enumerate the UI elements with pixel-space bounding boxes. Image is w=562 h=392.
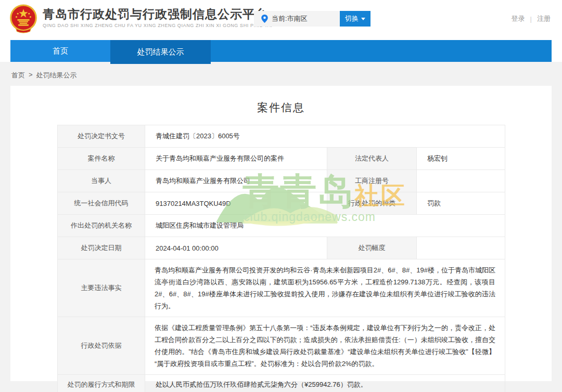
field-value: 杨宏钊 — [417, 148, 505, 170]
site-title: 青岛市行政处罚与行政强制信息公示平台 — [43, 7, 272, 21]
switch-district-button[interactable]: 切换 — [340, 11, 371, 27]
field-label: 工商注册号 — [327, 170, 417, 192]
main-navbar: 首页 处罚结果公示 — [10, 40, 552, 62]
table-row: 处罚决定书文号 青城住建罚〔2023〕6005号 — [58, 125, 505, 148]
table-row: 主要违法事实 青岛均和顺嘉产业服务有限公司投资开发的均和云谷·青岛未来创新园项目… — [58, 259, 505, 317]
field-value: 关于青岛均和顺嘉产业服务有限公司的案件 — [145, 148, 327, 170]
switch-district-label: 切换 — [345, 14, 359, 23]
field-label: 行政处罚的种类 — [327, 192, 417, 215]
chevron-down-icon — [361, 18, 365, 20]
field-label: 处罚幅度 — [327, 237, 417, 259]
field-label: 处罚的履行方式和期限 — [58, 375, 145, 392]
breadcrumb-home-link[interactable]: 首页 — [11, 71, 25, 80]
case-info-table: 处罚决定书文号 青城住建罚〔2023〕6005号 案件名称 关于青岛均和顺嘉产业… — [57, 125, 505, 392]
field-value: 城阳区住房和城市建设管理局 — [145, 215, 505, 237]
location-pin-icon — [261, 15, 268, 23]
table-row: 处罚的履行方式和期限 处以人民币贰拾伍万玖仟玖佰肆拾贰元柒角六分（¥259942… — [58, 375, 505, 392]
site-subtitle: QING DAO SHI XING ZHENG CHU FA YU XING Z… — [43, 23, 272, 28]
current-district-chip[interactable]: 当前:市南区 — [254, 11, 340, 27]
tab-penalty-results[interactable]: 处罚结果公示 — [110, 40, 211, 64]
field-label: 作出处罚的机关名称 — [58, 215, 145, 237]
field-label: 行政处罚依据 — [58, 317, 145, 375]
auth-links: 登录 | 注册 — [512, 14, 551, 23]
field-value: 罚款 — [417, 192, 505, 215]
field-value: 处以人民币贰拾伍万玖仟玖佰肆拾贰元柒角六分（¥259942.76）罚款。 — [145, 375, 505, 392]
current-district-label: 当前:市南区 — [272, 14, 308, 23]
tab-home[interactable]: 首页 — [10, 40, 110, 62]
breadcrumb-separator: > — [29, 71, 33, 80]
table-row: 行政处罚依据 依据《建设工程质量管理条例》第五十八条第一项：“违反本条例规定，建… — [58, 317, 505, 375]
field-label: 法定代表人 — [327, 148, 417, 170]
field-label: 主要违法事实 — [58, 259, 145, 317]
national-emblem-logo — [9, 4, 37, 34]
field-value: 青城住建罚〔2023〕6005号 — [145, 125, 505, 148]
case-info-card: 案件信息 处罚决定书文号 青城住建罚〔2023〕6005号 案件名称 关于青岛均… — [10, 86, 552, 381]
field-value — [417, 170, 505, 192]
register-link[interactable]: 注册 — [537, 14, 551, 23]
field-value: 青岛均和顺嘉产业服务有限公司投资开发的均和云谷·青岛未来创新园项目2#、6#、8… — [145, 259, 505, 317]
page-title: 案件信息 — [10, 100, 552, 115]
field-label: 统一社会信用代码 — [58, 192, 145, 215]
field-value: 2024-04-01 00:00:00 — [145, 237, 327, 259]
table-row: 当事人 青岛均和顺嘉产业服务有限公司 工商注册号 — [58, 170, 505, 192]
brand-block: 青岛市行政处罚与行政强制信息公示平台 QING DAO SHI XING ZHE… — [43, 7, 272, 28]
field-label: 案件名称 — [58, 148, 145, 170]
field-label: 处罚决定书文号 — [58, 125, 145, 148]
field-value: 青岛均和顺嘉产业服务有限公司 — [145, 170, 327, 192]
breadcrumb: 首页 > 处罚结果公示 — [11, 71, 77, 80]
site-header: 青岛市行政处罚与行政强制信息公示平台 QING DAO SHI XING ZHE… — [0, 0, 562, 37]
field-label: 处罚决定日期 — [58, 237, 145, 259]
login-link[interactable]: 登录 — [512, 14, 525, 23]
field-value: 依据《建设工程质量管理条例》第五十八条第一项：“违反本条例规定，建设单位有下列行… — [145, 317, 505, 375]
table-row: 处罚决定日期 2024-04-01 00:00:00 处罚幅度 — [58, 237, 505, 259]
field-value — [417, 237, 505, 259]
table-row: 作出处罚的机关名称 城阳区住房和城市建设管理局 — [58, 215, 505, 237]
field-label: 当事人 — [58, 170, 145, 192]
field-value: 91370214MA3TQKU49D — [145, 192, 327, 215]
table-row: 案件名称 关于青岛均和顺嘉产业服务有限公司的案件 法定代表人 杨宏钊 — [58, 148, 505, 170]
auth-separator: | — [530, 15, 532, 23]
breadcrumb-current: 处罚结果公示 — [36, 71, 77, 80]
table-row: 统一社会信用代码 91370214MA3TQKU49D 行政处罚的种类 罚款 — [58, 192, 505, 215]
